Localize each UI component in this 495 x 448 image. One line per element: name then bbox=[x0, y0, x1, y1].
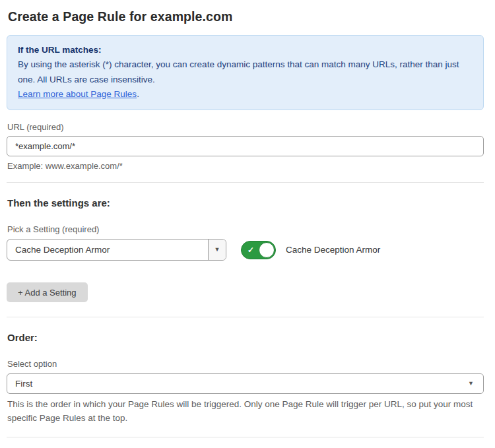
setting-dropdown[interactable]: Cache Deception Armor ▼ bbox=[7, 239, 226, 261]
setting-row: Cache Deception Armor ▼ ✓ Cache Deceptio… bbox=[7, 239, 484, 261]
settings-section-heading: Then the settings are: bbox=[7, 197, 484, 208]
cache-deception-armor-toggle[interactable]: ✓ bbox=[241, 241, 276, 259]
order-select[interactable]: First ▼ bbox=[7, 373, 484, 394]
select-option-label: Select option bbox=[7, 359, 484, 369]
create-page-rule-form: Create a Page Rule for example.com If th… bbox=[0, 0, 495, 448]
link-suffix: . bbox=[137, 89, 139, 99]
check-icon: ✓ bbox=[248, 246, 254, 254]
add-setting-button[interactable]: + Add a Setting bbox=[7, 282, 88, 302]
toggle-label: Cache Deception Armor bbox=[286, 245, 380, 255]
info-box-link-line: Learn more about Page Rules. bbox=[18, 87, 473, 102]
toggle-knob bbox=[259, 242, 275, 258]
setting-toggle-group: ✓ Cache Deception Armor bbox=[241, 241, 380, 259]
setting-dropdown-value: Cache Deception Armor bbox=[7, 240, 208, 260]
url-match-info-box: If the URL matches: By using the asteris… bbox=[7, 35, 484, 110]
learn-more-link[interactable]: Learn more about Page Rules bbox=[18, 89, 137, 99]
url-field-hint: Example: www.example.com/* bbox=[7, 161, 484, 171]
page-title: Create a Page Rule for example.com bbox=[8, 9, 484, 24]
info-box-heading: If the URL matches: bbox=[18, 43, 473, 57]
order-select-value: First bbox=[15, 379, 32, 389]
chevron-down-icon: ▼ bbox=[214, 247, 220, 253]
url-field-label: URL (required) bbox=[7, 122, 484, 132]
info-box-body: By using the asterisk (*) character, you… bbox=[18, 57, 473, 87]
divider bbox=[7, 182, 484, 183]
pick-setting-label: Pick a Setting (required) bbox=[7, 224, 484, 234]
order-section-heading: Order: bbox=[7, 332, 484, 343]
divider bbox=[7, 437, 484, 437]
order-help-text: This is the order in which your Page Rul… bbox=[7, 398, 482, 426]
url-input[interactable] bbox=[7, 136, 484, 156]
setting-dropdown-arrow-button[interactable]: ▼ bbox=[208, 240, 226, 260]
chevron-down-icon: ▼ bbox=[468, 381, 474, 387]
divider bbox=[7, 317, 484, 317]
